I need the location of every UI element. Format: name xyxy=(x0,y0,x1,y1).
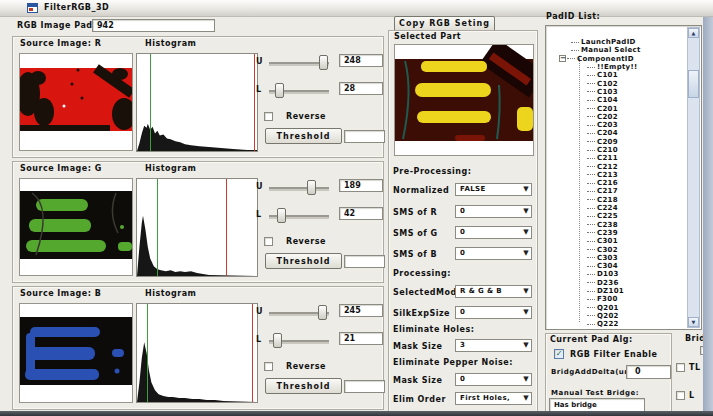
tree-item[interactable]: C202 xyxy=(549,113,685,121)
tree-item[interactable]: C218 xyxy=(549,196,685,204)
l-slider-thumb[interactable] xyxy=(275,83,284,98)
reverse-checkbox[interactable] xyxy=(264,362,273,371)
tree-item[interactable]: D236 xyxy=(549,279,685,287)
l-slider[interactable] xyxy=(269,215,329,217)
reverse-label: Reverse xyxy=(286,112,326,121)
l-value-field[interactable]: 28 xyxy=(339,82,383,95)
bridge-l-checkbox[interactable] xyxy=(676,391,685,400)
l-slider[interactable] xyxy=(269,90,329,92)
tree-item[interactable]: C238 xyxy=(549,221,685,229)
tree-connector xyxy=(571,50,579,51)
tree-item[interactable]: C302 xyxy=(549,245,685,253)
tree-item-label: C238 xyxy=(597,221,618,229)
tree-item[interactable]: C103 xyxy=(549,88,685,96)
tree-item[interactable]: C211 xyxy=(549,154,685,162)
tree-item[interactable]: D103 xyxy=(549,270,685,278)
threshold-button[interactable]: Threshold xyxy=(265,253,342,269)
tree-item[interactable]: Q222 xyxy=(549,320,685,328)
u-value-field[interactable]: 189 xyxy=(339,179,383,192)
threshold-value-field[interactable] xyxy=(344,130,385,143)
l-slider-thumb[interactable] xyxy=(277,208,286,223)
l-slider[interactable] xyxy=(269,340,329,342)
tree-item-label: C301 xyxy=(597,237,618,245)
source-image-g-thumbnail xyxy=(19,178,133,276)
tree-item[interactable]: C210 xyxy=(549,146,685,154)
u-slider[interactable] xyxy=(269,62,329,64)
bridge-add-delta-field[interactable]: 0 xyxy=(626,365,671,379)
tree-item[interactable]: C209 xyxy=(549,138,685,146)
tree-item[interactable]: DZ101 xyxy=(549,287,685,295)
tree-item-label: DZ101 xyxy=(597,287,624,295)
pad-id-field[interactable]: 942 xyxy=(92,19,215,32)
tree-item[interactable]: C303 xyxy=(549,254,685,262)
tree-connector xyxy=(587,324,595,325)
tree-item[interactable]: C301 xyxy=(549,237,685,245)
tree-item[interactable]: C216 xyxy=(549,179,685,187)
tree-item[interactable]: Q201 xyxy=(549,304,685,312)
tree-item[interactable]: C203 xyxy=(549,121,685,129)
tree-item-label: ComponentID xyxy=(577,55,634,63)
scroll-up-icon[interactable]: ▲ xyxy=(688,28,699,38)
tree-connector xyxy=(587,166,595,167)
tree-item-label: C104 xyxy=(597,96,618,104)
threshold-value-field[interactable] xyxy=(344,380,385,393)
l-value-field[interactable]: 42 xyxy=(339,207,383,220)
normalized-select[interactable]: FALSE ▼ xyxy=(455,183,532,196)
sms-b-select[interactable]: 0 ▼ xyxy=(455,247,532,260)
tree-item[interactable]: Q233 xyxy=(549,328,685,330)
mask-size-pepper-value: 0 xyxy=(460,375,465,383)
rgb-filter-enable-checkbox[interactable]: ✓ xyxy=(554,349,564,359)
l-slider-thumb[interactable] xyxy=(273,333,282,348)
tree-item[interactable]: Manual Select xyxy=(549,46,685,54)
tree-item-label: Manual Select xyxy=(581,46,641,54)
u-slider-thumb[interactable] xyxy=(307,180,316,195)
tree-item[interactable]: C102 xyxy=(549,79,685,87)
u-slider-thumb[interactable] xyxy=(319,55,328,70)
tree-connector xyxy=(587,199,595,200)
l-value-field[interactable]: 21 xyxy=(339,332,383,345)
reverse-checkbox[interactable] xyxy=(264,237,273,246)
reverse-checkbox[interactable] xyxy=(264,112,273,121)
collapse-minus-icon[interactable]: − xyxy=(559,55,566,62)
tree-item[interactable]: !!Empty!! xyxy=(549,63,685,71)
source-image-r-thumbnail xyxy=(19,53,133,151)
tree-item-label: C216 xyxy=(597,179,618,187)
tree-item[interactable]: C101 xyxy=(549,71,685,79)
tree-item[interactable]: C204 xyxy=(549,129,685,137)
bridge-tl-checkbox[interactable] xyxy=(676,363,685,372)
threshold-value-field[interactable] xyxy=(344,255,385,268)
tree-item[interactable]: C304 xyxy=(549,262,685,270)
mask-size-holes-select[interactable]: 3 ▼ xyxy=(455,339,532,352)
sms-g-select[interactable]: 0 ▼ xyxy=(455,226,532,239)
u-slider-thumb[interactable] xyxy=(318,305,327,320)
selected-mode-select[interactable]: R & G & B ▼ xyxy=(455,285,532,298)
tree-item[interactable]: C104 xyxy=(549,96,685,104)
silk-exp-size-select[interactable]: 0 ▼ xyxy=(455,306,532,319)
elim-order-select[interactable]: First Holes, ▼ xyxy=(455,392,532,405)
tree-item[interactable]: C201 xyxy=(549,104,685,112)
u-slider[interactable] xyxy=(269,312,329,314)
tree-item[interactable]: C212 xyxy=(549,162,685,170)
threshold-button[interactable]: Threshold xyxy=(265,128,342,144)
threshold-button[interactable]: Threshold xyxy=(265,378,342,394)
mask-size-pepper-select[interactable]: 0 ▼ xyxy=(455,373,532,386)
tree-item[interactable]: C225 xyxy=(549,212,685,220)
padid-tree[interactable]: LaunchPadIDManual Select−ComponentID!!Em… xyxy=(545,25,702,330)
sms-r-select[interactable]: 0 ▼ xyxy=(455,205,532,218)
filter-rgb-window: FilterRGB_3D RGB Image PadID: 942 Copy R… xyxy=(0,0,713,416)
u-value-field[interactable]: 245 xyxy=(339,304,383,317)
tree-item[interactable]: C217 xyxy=(549,187,685,195)
scroll-down-icon[interactable]: ▼ xyxy=(688,317,699,327)
tree-scrollbar[interactable]: ▲ ▼ xyxy=(687,27,700,328)
tree-item[interactable]: C213 xyxy=(549,171,685,179)
u-value-field[interactable]: 248 xyxy=(339,54,383,67)
scrollbar-thumb[interactable] xyxy=(688,70,699,98)
u-slider[interactable] xyxy=(269,187,329,189)
tree-item[interactable]: C239 xyxy=(549,229,685,237)
tree-item[interactable]: −ComponentID xyxy=(549,55,685,63)
tree-item[interactable]: C224 xyxy=(549,204,685,212)
tree-item[interactable]: Q202 xyxy=(549,312,685,320)
tree-item[interactable]: F300 xyxy=(549,295,685,303)
tree-item[interactable]: LaunchPadID xyxy=(549,38,685,46)
panel-title: Source Image: R xyxy=(20,39,101,48)
